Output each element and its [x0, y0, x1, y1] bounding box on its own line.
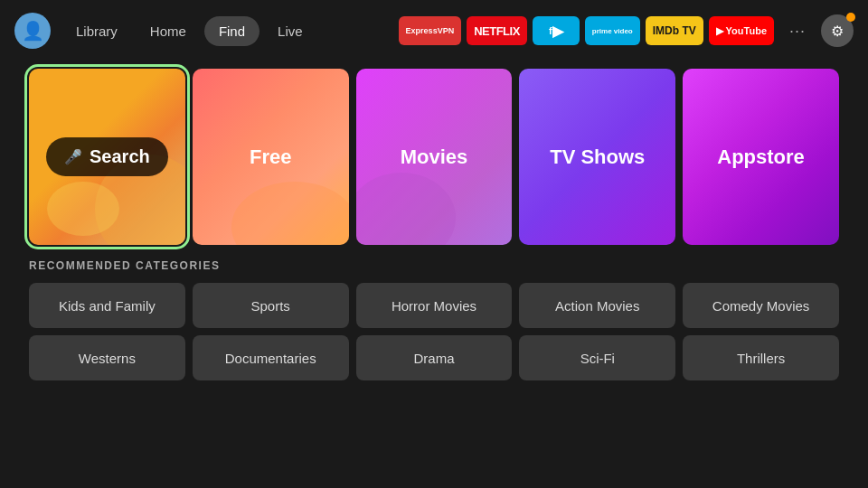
- nav-home[interactable]: Home: [136, 16, 201, 46]
- movies-label: Movies: [401, 145, 468, 169]
- category-comedy-movies[interactable]: Comedy Movies: [683, 283, 839, 328]
- category-sports[interactable]: Sports: [193, 283, 349, 328]
- imdb-app[interactable]: IMDb TV: [646, 16, 703, 45]
- category-sci-fi[interactable]: Sci-Fi: [519, 335, 675, 380]
- nav-library[interactable]: Library: [61, 16, 132, 46]
- nav-live[interactable]: Live: [263, 16, 317, 46]
- settings-notification-badge: [846, 13, 855, 22]
- appstore-label: Appstore: [717, 145, 805, 169]
- nav-find[interactable]: Find: [204, 16, 259, 46]
- top-nav: 👤 Library Home Find Live ExpressVPN NETF…: [0, 0, 868, 61]
- category-kids-family[interactable]: Kids and Family: [29, 283, 185, 328]
- category-horror-movies[interactable]: Horror Movies: [356, 283, 513, 328]
- category-row-2: Westerns Documentaries Drama Sci-Fi Thri…: [29, 335, 839, 380]
- settings-button[interactable]: ⚙: [821, 14, 854, 47]
- youtube-app[interactable]: ▶ YouTube: [709, 16, 774, 45]
- appstore-tile[interactable]: Appstore: [683, 69, 839, 245]
- category-drama[interactable]: Drama: [356, 335, 513, 380]
- more-button[interactable]: ···: [781, 14, 814, 47]
- avatar[interactable]: 👤: [14, 13, 51, 49]
- avatar-icon: 👤: [22, 20, 44, 42]
- movies-tile[interactable]: Movies: [356, 69, 513, 245]
- freevee-app[interactable]: f▶: [533, 16, 580, 45]
- category-documentaries[interactable]: Documentaries: [193, 335, 349, 380]
- search-button[interactable]: 🎤 Search: [46, 137, 168, 176]
- category-westerns[interactable]: Westerns: [29, 335, 185, 380]
- free-label: Free: [250, 145, 291, 169]
- expressvpn-app[interactable]: ExpressVPN: [399, 16, 462, 45]
- category-grid: Kids and Family Sports Horror Movies Act…: [29, 283, 839, 380]
- category-action-movies[interactable]: Action Movies: [519, 283, 675, 328]
- main-content: 🎤 Search Free Movies TV Shows Appstore R…: [0, 61, 868, 395]
- gear-icon: ⚙: [831, 23, 844, 40]
- tvshows-tile[interactable]: TV Shows: [519, 69, 675, 245]
- search-tile[interactable]: 🎤 Search: [29, 69, 185, 245]
- prime-video-app[interactable]: prime video: [585, 16, 640, 45]
- recommended-heading: RECOMMENDED CATEGORIES: [29, 259, 839, 272]
- free-tile[interactable]: Free: [193, 69, 349, 245]
- mic-icon: 🎤: [64, 148, 82, 165]
- tiles-row: 🎤 Search Free Movies TV Shows Appstore: [29, 69, 839, 245]
- netflix-app[interactable]: NETFLIX: [467, 16, 527, 45]
- category-thrillers[interactable]: Thrillers: [683, 335, 839, 380]
- app-icons-bar: ExpressVPN NETFLIX f▶ prime video IMDb T…: [399, 16, 774, 45]
- category-row-1: Kids and Family Sports Horror Movies Act…: [29, 283, 839, 328]
- nav-links: Library Home Find Live: [61, 16, 317, 46]
- tvshows-label: TV Shows: [550, 145, 645, 169]
- search-label: Search: [90, 146, 150, 167]
